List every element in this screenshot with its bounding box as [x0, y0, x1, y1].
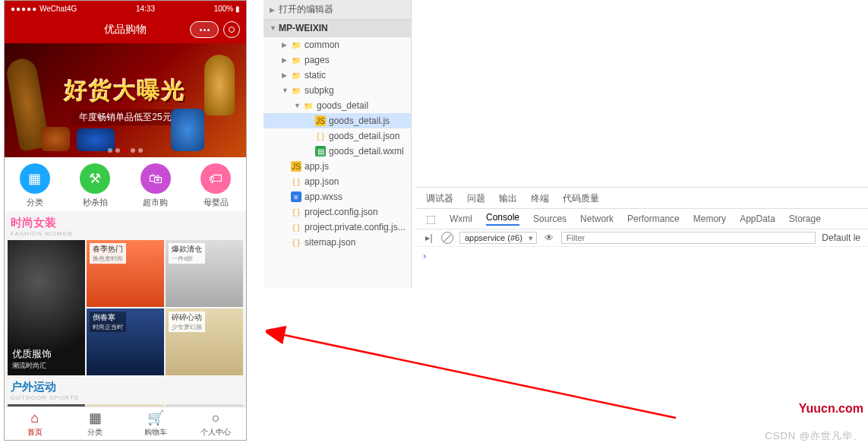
tab-cart[interactable]: 🛒购物车 — [125, 407, 186, 440]
watermark-csdn: CSDN @亦世凡华、 — [765, 429, 863, 443]
tab-output[interactable]: 输出 — [499, 192, 517, 205]
log-level-selector[interactable]: Default le — [822, 232, 860, 243]
json-icon: { } — [291, 176, 301, 187]
tab-home[interactable]: ⌂首页 — [5, 407, 65, 440]
tab-performance[interactable]: Performance — [627, 214, 680, 224]
tab-debugger[interactable]: 调试器 — [426, 192, 453, 205]
card-label: 优质服饰潮流时尚汇 — [12, 347, 52, 371]
file-label: goods_detail.js — [329, 115, 390, 126]
status-battery: 100% ▮ — [214, 5, 240, 13]
tab-appdata[interactable]: AppData — [740, 214, 775, 224]
json-icon: { } — [291, 237, 301, 248]
caret-icon: ▼ — [282, 87, 288, 94]
devtools-top-tabs: 调试器 问题 输出 终端 代码质量 — [415, 188, 868, 209]
file-row-project-private-config-js-[interactable]: { }project.private.config.js... — [264, 220, 411, 235]
tab-console[interactable]: Console — [486, 212, 519, 226]
status-time: 14:33 — [136, 5, 155, 13]
file-row-app-wxss[interactable]: ≡app.wxss — [264, 189, 411, 204]
file-row-goods-detail[interactable]: ▼📁goods_detail — [264, 98, 411, 113]
tab-problems[interactable]: 问题 — [467, 192, 485, 205]
bag-icon: 🛍 — [140, 163, 171, 194]
file-row-project-config-json[interactable]: { }project.config.json — [264, 204, 411, 220]
tab-network[interactable]: Network — [580, 214, 614, 224]
banner-title: 好货大曝光 — [65, 75, 186, 106]
chevron-down-icon: ▾ — [529, 233, 533, 243]
file-label: subpkg — [305, 85, 334, 96]
folder-icon: 📁 — [291, 85, 301, 96]
capsule-close-button[interactable] — [223, 21, 240, 38]
hero-banner[interactable]: 好货大曝光 年度畅销单品低至25元 — [5, 43, 246, 157]
devtools-sub-tabs: ⬚ Wxml Console Sources Network Performan… — [415, 209, 868, 229]
file-label: goods_detail — [317, 100, 368, 111]
clear-console-icon[interactable] — [441, 232, 453, 244]
tab-terminal[interactable]: 终端 — [531, 192, 549, 205]
file-row-sitemap-json[interactable]: { }sitemap.json — [264, 235, 411, 250]
wxml-icon: ▤ — [315, 146, 326, 157]
grid-icon: ▦ — [20, 163, 50, 194]
file-label: project.config.json — [305, 207, 378, 217]
product-bottle-icon — [204, 55, 235, 115]
filter-input[interactable] — [561, 232, 816, 244]
nav-supermarket[interactable]: 🛍超市购 — [125, 163, 186, 208]
product-card[interactable]: 爆款清仓一件8折 — [166, 240, 243, 307]
page-title: 优品购物 — [104, 23, 147, 36]
tab-wxml[interactable]: Wxml — [450, 214, 472, 224]
section-subtitle: FASHION WOMEN — [5, 230, 246, 240]
file-row-goods-detail-wxml[interactable]: ▤goods_detail.wxml — [264, 144, 411, 159]
product-card[interactable]: 倒春寒时尚正当时 — [87, 308, 164, 375]
fashion-grid: 优质服饰潮流时尚汇 春季热门换色更时尚 爆款清仓一件8折 倒春寒时尚正当时 碎碎… — [5, 240, 246, 375]
project-header[interactable]: ▼MP-WEIXIN — [264, 20, 411, 37]
js-icon: JS — [291, 161, 301, 172]
eye-icon[interactable]: 👁 — [543, 232, 555, 244]
file-label: common — [305, 40, 339, 50]
product-can-icon — [171, 109, 204, 151]
file-label: goods_detail.wxml — [329, 146, 404, 157]
devtools-panel: 调试器 问题 输出 终端 代码质量 ⬚ Wxml Console Sources… — [415, 187, 868, 255]
phone-statusbar: ●●●●● WeChat4G 14:33 100% ▮ — [5, 1, 246, 16]
console-toolbar: ▸| appservice (#6) ▾ 👁 Default le — [415, 229, 868, 247]
caret-icon: ▶ — [282, 41, 288, 49]
carousel-dots — [108, 148, 143, 153]
folder-icon: 📁 — [291, 70, 301, 81]
tab-code-quality[interactable]: 代码质量 — [563, 192, 599, 205]
status-left: ●●●●● WeChat4G — [11, 5, 77, 13]
cart-icon: 🛒 — [147, 410, 164, 426]
section-title-fashion: 时尚女装 — [5, 211, 246, 230]
capsule-menu-button[interactable] — [190, 21, 219, 38]
file-row-goods-detail-json[interactable]: { }goods_detail.json — [264, 128, 411, 144]
file-row-goods-detail-js[interactable]: JSgoods_detail.js — [264, 113, 411, 128]
folder-gray-icon: 📁 — [303, 100, 314, 111]
tab-category[interactable]: ▦分类 — [65, 407, 126, 440]
card-label: 爆款清仓一件8折 — [169, 243, 205, 264]
user-icon: ○ — [212, 410, 220, 426]
card-label: 倒春寒时尚正当时 — [90, 312, 126, 332]
file-row-app-json[interactable]: { }app.json — [264, 174, 411, 189]
file-row-common[interactable]: ▶📁common — [264, 37, 411, 52]
open-editors-header[interactable]: ▶打开的编辑器 — [264, 0, 411, 20]
sidebar-toggle-icon[interactable]: ▸| — [423, 232, 435, 244]
section-subtitle: OUTDOOR SPORTS — [5, 394, 246, 404]
console-body[interactable]: › — [415, 247, 868, 264]
product-card-big[interactable]: 优质服饰潮流时尚汇 — [8, 240, 85, 375]
file-row-static[interactable]: ▶📁static — [264, 68, 411, 83]
context-selector[interactable]: appservice (#6) ▾ — [459, 232, 537, 244]
inspect-icon[interactable]: ⬚ — [426, 213, 436, 225]
file-tree: ▶📁common▶📁pages▶📁static▼📁subpkg▼📁goods_d… — [264, 37, 411, 250]
file-row-app-js[interactable]: JSapp.js — [264, 159, 411, 174]
tab-storage[interactable]: Storage — [789, 214, 821, 224]
file-row-subpkg[interactable]: ▼📁subpkg — [264, 83, 411, 98]
nav-baby[interactable]: 🏷母婴品 — [186, 163, 247, 208]
nav-flash-sale[interactable]: ⚒秒杀拍 — [65, 163, 126, 208]
file-row-pages[interactable]: ▶📁pages — [264, 52, 411, 68]
card-label: 春季热门换色更时尚 — [90, 243, 126, 264]
nav-category[interactable]: ▦分类 — [5, 163, 65, 208]
tab-profile[interactable]: ○个人中心 — [186, 407, 247, 440]
json-icon: { } — [291, 222, 301, 232]
tab-memory[interactable]: Memory — [693, 214, 726, 224]
tab-sources[interactable]: Sources — [533, 214, 567, 224]
phone-titlebar: 优品购物 — [5, 16, 246, 43]
hammer-icon: ⚒ — [80, 163, 110, 194]
product-card[interactable]: 碎碎心动少女梦幻频 — [166, 308, 243, 375]
watermark-site: Yuucn.com — [799, 402, 863, 416]
product-card[interactable]: 春季热门换色更时尚 — [87, 240, 164, 307]
